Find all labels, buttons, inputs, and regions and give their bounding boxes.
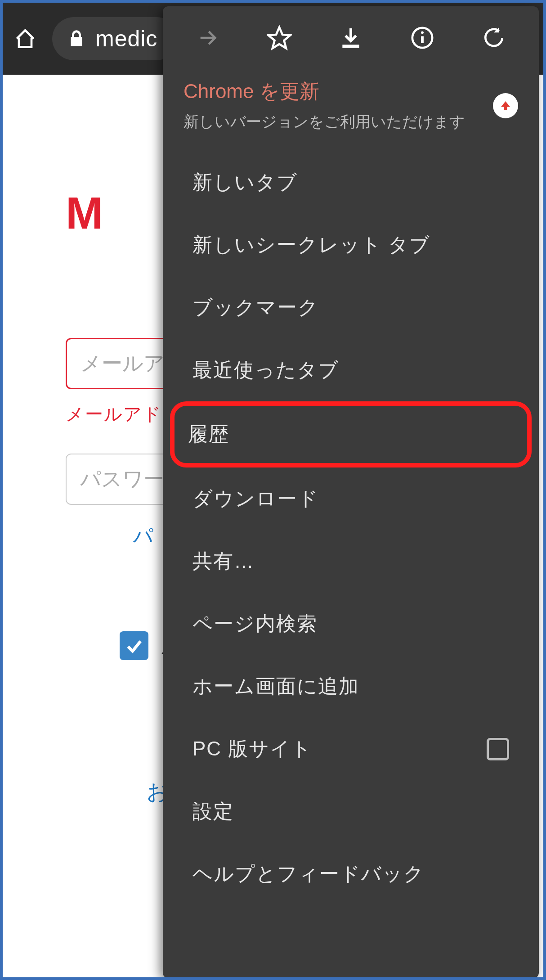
menu-item-help-feedback[interactable]: ヘルプとフィードバック: [171, 843, 531, 892]
reload-icon[interactable]: [478, 22, 510, 54]
password-placeholder: パスワー: [80, 465, 164, 493]
overflow-menu: Chrome を更新 新しいバージョンをご利用いただけます 新しいタブ 新しいシ…: [163, 6, 539, 978]
highlighted-item: 履歴: [170, 401, 532, 468]
email-placeholder: メールア: [81, 350, 165, 378]
menu-item-recent-tabs[interactable]: 最近使ったタブ: [171, 339, 531, 401]
update-badge-icon: [493, 93, 518, 118]
menu-item-new-tab[interactable]: 新しいタブ: [171, 151, 531, 214]
menu-item-new-incognito-tab[interactable]: 新しいシークレット タブ: [171, 214, 531, 276]
menu-item-desktop-site[interactable]: PC 版サイト: [171, 718, 531, 780]
menu-list: 新しいタブ 新しいシークレット タブ ブックマーク 最近使ったタブ 履歴 ダウン…: [163, 151, 539, 978]
menu-item-bookmarks[interactable]: ブックマーク: [171, 276, 531, 339]
menu-item-find-in-page[interactable]: ページ内検索: [171, 593, 531, 655]
forward-icon[interactable]: [192, 22, 224, 54]
menu-item-share[interactable]: 共有…: [171, 530, 531, 593]
home-icon[interactable]: [12, 25, 39, 52]
info-icon[interactable]: [407, 22, 438, 54]
menu-item-update-chrome[interactable]: Chrome を更新 新しいバージョンをご利用いただけます: [163, 69, 539, 151]
update-subtitle: 新しいバージョンをご利用いただけます: [183, 110, 484, 133]
star-icon[interactable]: [264, 22, 295, 54]
desktop-site-checkbox[interactable]: [487, 738, 509, 760]
remember-checkbox[interactable]: [120, 631, 148, 660]
url-text: medic: [95, 26, 157, 52]
download-icon[interactable]: [335, 22, 367, 54]
update-title: Chrome を更新: [183, 78, 484, 105]
menu-icon-row: [163, 6, 539, 69]
menu-item-add-to-home-screen[interactable]: ホーム画面に追加: [171, 655, 531, 718]
menu-item-downloads[interactable]: ダウンロード: [171, 468, 531, 530]
svg-point-2: [421, 31, 424, 34]
menu-item-history[interactable]: 履歴: [175, 406, 527, 463]
menu-item-settings[interactable]: 設定: [171, 780, 531, 843]
url-bar[interactable]: medic: [52, 17, 178, 60]
lock-icon: [68, 29, 85, 49]
